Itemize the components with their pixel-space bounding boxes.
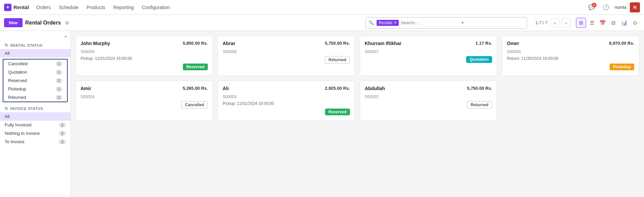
card-name: John Murphy	[80, 41, 110, 46]
card-footer: Pickedup	[507, 64, 634, 70]
kanban-content: John Murphy 5,850.00 Rs. S00009 Pickup: …	[71, 31, 644, 197]
sidebar-item-label: To Invoice	[5, 139, 25, 144]
app-logo[interactable]: ✦ Rental	[4, 4, 29, 11]
nav-schedule[interactable]: Schedule	[56, 3, 82, 11]
card-header: Abdullah 5,750.00 Rs.	[365, 86, 492, 91]
sidebar-item-reserved[interactable]: Reserved 2	[3, 76, 67, 85]
card-footer: Quotation	[365, 56, 492, 63]
top-navigation: ✦ Rental Orders Schedule Products Report…	[0, 0, 644, 15]
notifications-button[interactable]: 💬 4	[586, 2, 597, 13]
card-amount: 5,750.00 Rs.	[325, 41, 350, 46]
card-ref: S00008	[223, 49, 350, 54]
rental-status-header: ↻ RENTAL STATUS	[0, 40, 70, 49]
sidebar-item-rental-all[interactable]: All	[0, 49, 70, 57]
card-footer: Returned	[223, 56, 350, 64]
search-filter-tag: Rentals ✕	[377, 20, 399, 26]
cancelled-count: 1	[56, 62, 62, 66]
prev-page-button[interactable]: ‹	[550, 18, 559, 27]
card-badge: Reserved	[183, 64, 208, 70]
rental-status-label: RENTAL STATUS	[10, 43, 43, 47]
kanban-view-button[interactable]: ⊞	[576, 18, 586, 28]
card-footer: Cancelled	[80, 101, 208, 109]
card-amount: 5,850.00 Rs.	[183, 41, 208, 46]
sidebar-item-returned[interactable]: Returned 2	[3, 93, 67, 102]
kanban-card[interactable]: Abrar 5,750.00 Rs. S00008 Returned	[218, 36, 355, 76]
card-ref: S00003	[223, 94, 350, 99]
card-amount: 5,265.00 Rs.	[183, 86, 208, 91]
card-badge: Reserved	[325, 109, 350, 115]
card-badge: Returned	[325, 56, 350, 64]
card-detail: Return: 11/30/2024 16:00:00	[507, 56, 634, 61]
topnav-right: 💬 4 🕐 numla N	[586, 2, 640, 13]
search-icon: 🔍	[366, 20, 377, 25]
sidebar: « ↻ RENTAL STATUS All Cancelled 1 Quotat…	[0, 31, 71, 197]
kanban-card[interactable]: Amir 5,265.00 Rs. S00004 Cancelled	[75, 81, 213, 121]
card-header: Omer 8,970.00 Rs.	[507, 41, 634, 46]
sidebar-item-fully-invoiced[interactable]: Fully Invoiced 2	[0, 121, 70, 129]
sidebar-item-label: Reserved	[8, 78, 27, 83]
kanban-card[interactable]: Omer 8,970.00 Rs. S00005 Return: 11/30/2…	[502, 36, 639, 76]
sidebar-item-label: Nothing to Invoice	[5, 131, 40, 136]
user-avatar[interactable]: N	[630, 2, 640, 12]
sidebar-item-label: Cancelled	[8, 61, 28, 66]
nav-products[interactable]: Products	[83, 3, 108, 11]
sidebar-item-to-invoice[interactable]: To Invoice 3	[0, 137, 70, 146]
card-header: John Murphy 5,850.00 Rs.	[80, 41, 208, 46]
card-name: Khurram Iftikhar	[365, 41, 401, 46]
sidebar-item-pickedup[interactable]: Pickedup 1	[3, 85, 67, 93]
kanban-card[interactable]: Abdullah 5,750.00 Rs. S00002 Returned	[360, 81, 497, 121]
toolbar: New Rental Orders ⚙ 🔍 Rentals ✕ ▾ 1-7 / …	[0, 15, 644, 31]
card-name: Abdullah	[365, 86, 385, 91]
card-footer: Reserved	[80, 64, 208, 70]
sidebar-item-label: Fully Invoiced	[5, 122, 31, 127]
sidebar-item-label: Returned	[8, 95, 26, 100]
card-header: Khurram Iftikhar 1.17 Rs.	[365, 41, 492, 46]
search-input[interactable]	[399, 20, 459, 25]
card-name: Abrar	[223, 41, 235, 46]
card-footer: Reserved	[223, 109, 350, 115]
list-view-button[interactable]: ☰	[587, 18, 597, 28]
card-amount: 8,970.00 Rs.	[609, 41, 634, 46]
card-detail: Pickup: 11/01/2024 16:00:00	[223, 101, 350, 106]
sidebar-item-label: Quotation	[8, 70, 27, 75]
clock-icon[interactable]: 🕐	[601, 2, 611, 13]
collapse-sidebar-button[interactable]: «	[64, 34, 67, 39]
card-name: Amir	[80, 86, 91, 91]
nothing-to-invoice-count: 2	[59, 131, 66, 136]
search-dropdown-button[interactable]: ▾	[459, 20, 466, 25]
nav-reporting[interactable]: Reporting	[110, 3, 137, 11]
sidebar-item-invoice-all[interactable]: All	[0, 112, 70, 121]
card-ref: S00007	[365, 49, 492, 54]
card-header: Ali 2,925.00 Rs.	[223, 86, 350, 91]
next-page-button[interactable]: ›	[562, 18, 571, 27]
calendar-view-button[interactable]: 📅	[598, 18, 608, 28]
card-ref: S00004	[80, 94, 208, 99]
card-amount: 2,925.00 Rs.	[325, 86, 350, 91]
sidebar-item-quotation[interactable]: Quotation 1	[3, 68, 67, 76]
grid-view-button[interactable]: ⊟	[608, 18, 618, 28]
card-ref: S00005	[507, 49, 634, 54]
card-ref: S00002	[365, 94, 492, 99]
nav-configuration[interactable]: Configuration	[138, 3, 173, 11]
to-invoice-count: 3	[59, 140, 66, 144]
chart-view-button[interactable]: 📊	[619, 18, 629, 28]
quotation-count: 1	[56, 70, 62, 75]
card-header: Abrar 5,750.00 Rs.	[223, 41, 350, 46]
settings-view-button[interactable]: ⊙	[630, 18, 640, 28]
new-button[interactable]: New	[4, 18, 23, 27]
kanban-card[interactable]: John Murphy 5,850.00 Rs. S00009 Pickup: …	[75, 36, 213, 76]
card-footer: Returned	[365, 101, 492, 109]
card-badge: Quotation	[466, 56, 492, 63]
card-badge: Cancelled	[181, 101, 208, 109]
card-name: Ali	[223, 86, 229, 91]
kanban-card[interactable]: Ali 2,925.00 Rs. S00003 Pickup: 11/01/20…	[218, 81, 355, 121]
user-name-label[interactable]: numla	[615, 5, 626, 10]
nav-orders[interactable]: Orders	[33, 3, 54, 11]
sidebar-item-nothing-to-invoice[interactable]: Nothing to Invoice 2	[0, 129, 70, 137]
settings-icon[interactable]: ⚙	[65, 20, 69, 26]
invoice-status-label: INVOICE STATUS	[10, 107, 43, 111]
kanban-card[interactable]: Khurram Iftikhar 1.17 Rs. S00007 Quotati…	[360, 36, 497, 76]
sidebar-item-cancelled[interactable]: Cancelled 1	[3, 60, 67, 68]
page-title: Rental Orders	[25, 20, 61, 26]
filter-remove-button[interactable]: ✕	[394, 21, 397, 25]
